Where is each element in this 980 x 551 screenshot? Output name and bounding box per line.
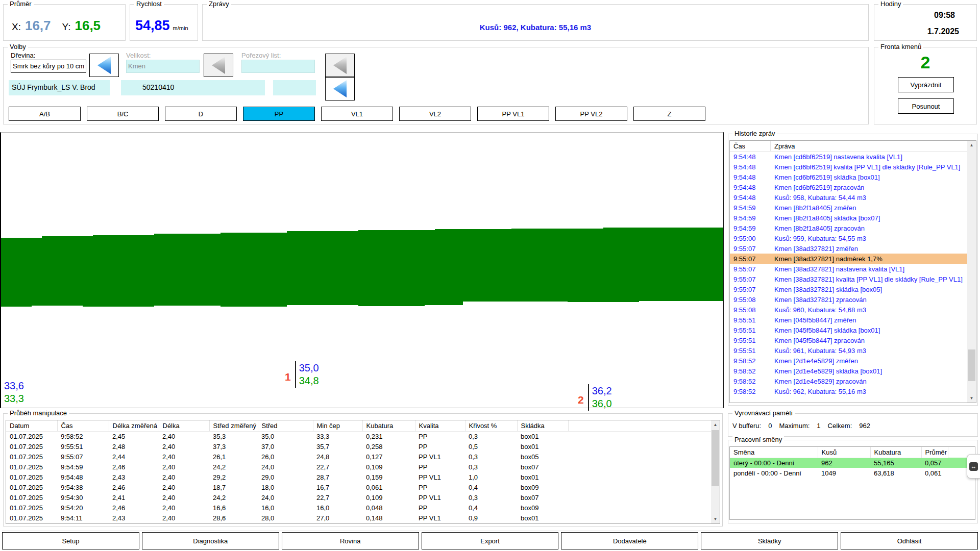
handling-log-cell: 01.07.2025 xyxy=(6,513,57,523)
handling-col-header[interactable]: Kvalita xyxy=(415,420,465,431)
history-row[interactable]: 9:54:48Kmen [cd6bf62519] kvalita [PP VL1… xyxy=(730,162,967,172)
quality-button-a-b[interactable]: A/B xyxy=(9,107,81,121)
shift-row[interactable]: úterý - 00:00 - Denní96255,1650,057 xyxy=(730,458,975,468)
history-row[interactable]: 9:55:51Kmen [045f5b8447] zpracován xyxy=(730,335,967,345)
handling-col-header[interactable]: Křivost % xyxy=(465,420,517,431)
order-cycle-button[interactable] xyxy=(325,77,355,101)
history-row[interactable]: 9:54:59Kmen [8b2f1a8405] zpracován xyxy=(730,223,967,233)
handling-log-cell: 9:58:52 xyxy=(57,431,109,441)
history-row[interactable]: 9:55:07Kmen [38ad327821] nadměrek 1,7% xyxy=(730,254,967,264)
left-diameter-y: 33,3 xyxy=(4,392,24,405)
empty-queue-button[interactable]: Vyprázdnit xyxy=(898,77,954,92)
quality-button-d[interactable]: D xyxy=(165,107,237,121)
handling-log-row[interactable]: 01.07.20259:58:522,452,4035,335,033,30,2… xyxy=(6,431,711,441)
history-row[interactable]: 9:54:48Kmen [cd6bf62519] zpracován xyxy=(730,182,967,192)
handling-log-row[interactable]: 01.07.20259:55:512,482,4037,337,035,70,2… xyxy=(6,441,711,452)
handling-col-header[interactable]: Min čep xyxy=(313,420,362,431)
scroll-down-icon[interactable]: ▼ xyxy=(711,515,720,523)
handling-log-row[interactable]: 01.07.20259:54:202,462,4016,616,016,00,0… xyxy=(6,503,711,513)
shift-cell: 63,618 xyxy=(870,468,921,478)
history-row[interactable]: 9:55:51Kmen [045f5b8447] skládka [box01] xyxy=(730,325,967,335)
handling-log-cell: 24,0 xyxy=(258,492,313,503)
shifts-col-header[interactable]: Směna xyxy=(730,447,818,458)
quality-button-pp[interactable]: PP xyxy=(243,107,315,121)
history-row[interactable]: 9:55:08Kmen [38ad327821] zpracován xyxy=(730,294,967,305)
quality-button-pp-vl2[interactable]: PP VL2 xyxy=(555,107,627,121)
history-row-time: 9:54:48 xyxy=(730,172,771,182)
menu-button-dodavatel-[interactable]: Dodavatelé xyxy=(561,532,698,549)
shift-row[interactable]: pondělí - 00:00 - Denní104963,6180,061 xyxy=(730,468,975,478)
handling-log-cell: 0,148 xyxy=(362,513,415,523)
menu-button-skl-dky[interactable]: Skládky xyxy=(701,532,838,549)
handling-col-header[interactable]: Kubatura xyxy=(362,420,415,431)
left-edge-diameters: 33,6 33,3 xyxy=(4,380,24,405)
history-row[interactable]: 9:54:48Kusů: 958, Kubatura: 54,44 m3 xyxy=(730,192,967,203)
scroll-down-icon[interactable]: ▼ xyxy=(967,394,976,403)
history-row[interactable]: 9:55:07Kmen [38ad327821] změřen xyxy=(730,243,967,254)
speed-group-title: Rychlost xyxy=(134,0,164,8)
history-row[interactable]: 9:54:59Kmen [8b2f1a8405] skládka [box07] xyxy=(730,213,967,223)
menu-button-rovina[interactable]: Rovina xyxy=(282,532,419,549)
handling-log-row[interactable]: 01.07.20259:54:382,462,4018,718,016,70,0… xyxy=(6,482,711,492)
scroll-up-icon[interactable]: ▲ xyxy=(967,141,976,149)
handling-col-header[interactable]: Datum xyxy=(6,420,57,431)
history-row[interactable]: 9:58:52Kusů: 962, Kubatura: 55,16 m3 xyxy=(730,386,967,396)
handling-log-cell: 0,4 xyxy=(465,503,517,513)
handling-log-row[interactable]: 01.07.20259:54:592,462,4024,224,022,70,1… xyxy=(6,462,711,472)
history-row[interactable]: 9:58:52Kmen [2d1e4e5829] skládka [box01] xyxy=(730,366,967,376)
menu-button-odhl-sit[interactable]: Odhlásit xyxy=(841,532,978,549)
quality-button-pp-vl1[interactable]: PP VL1 xyxy=(477,107,549,121)
shift-cell: pondělí - 00:00 - Denní xyxy=(730,468,818,478)
history-row[interactable]: 9:54:59Kmen [8b2f1a8405] změřen xyxy=(730,203,967,213)
handling-log-row[interactable]: 01.07.20259:54:112,432,4028,628,027,00,1… xyxy=(6,513,711,523)
handling-log-row[interactable]: 01.07.20259:54:482,432,4029,229,028,70,1… xyxy=(6,472,711,482)
wood-type-field[interactable]: Smrk bez kůry po 10 cm xyxy=(11,60,86,73)
history-row[interactable]: 9:55:51Kusů: 961, Kubatura: 54,93 m3 xyxy=(730,345,967,356)
history-row[interactable]: 9:54:48Kmen [cd6bf62519] skládka [box01] xyxy=(730,172,967,182)
scroll-up-icon[interactable]: ▲ xyxy=(711,420,720,429)
history-row[interactable]: 9:55:51Kmen [045f5b8447] změřen xyxy=(730,315,967,325)
quality-button-vl2[interactable]: VL2 xyxy=(399,107,471,121)
handling-log-cell: 0,3 xyxy=(465,452,517,462)
history-row[interactable]: 9:55:00Kusů: 959, Kubatura: 54,55 m3 xyxy=(730,233,967,243)
history-row[interactable]: 9:55:07Kmen [38ad327821] skládka [box05] xyxy=(730,284,967,294)
history-row[interactable]: 9:58:52Kmen [2d1e4e5829] změřen xyxy=(730,356,967,366)
history-row[interactable]: 9:58:52Kmen [2d1e4e5829] zpracován xyxy=(730,376,967,386)
wood-type-cycle-button[interactable] xyxy=(89,54,119,77)
handling-log-title: Průběh manipulace xyxy=(8,409,69,417)
handling-log-scrollbar[interactable]: ▲ ▼ xyxy=(711,420,720,523)
history-row-message: Kmen [38ad327821] nastavena kvalita [VL1… xyxy=(771,264,967,274)
quality-button-b-c[interactable]: B/C xyxy=(87,107,159,121)
history-row[interactable]: 9:54:48Kmen [cd6bf62519] nastavena kvali… xyxy=(730,152,967,162)
shifts-col-header[interactable]: Průměr xyxy=(921,447,948,458)
quality-button-z[interactable]: Z xyxy=(633,107,705,121)
advance-queue-button[interactable]: Posunout xyxy=(898,98,954,114)
history-row[interactable]: 9:55:07Kmen [38ad327821] kvalita [PP VL1… xyxy=(730,274,967,284)
handling-col-header[interactable]: Skládka xyxy=(517,420,568,431)
handling-log-cell: 33,3 xyxy=(313,431,362,441)
shifts-col-header[interactable]: Kubatura xyxy=(870,447,921,458)
remote-control-side-tab[interactable]: ↔ xyxy=(967,454,980,479)
handling-col-header[interactable]: Délka změřená xyxy=(109,420,159,431)
message-history-group: Historie zpráv Čas Zpráva 9:54:48Kmen [c… xyxy=(728,134,978,406)
history-scrollbar-thumb[interactable] xyxy=(968,349,975,381)
quality-button-vl1[interactable]: VL1 xyxy=(321,107,393,121)
history-row[interactable]: 9:55:07Kmen [38ad327821] nastavena kvali… xyxy=(730,264,967,274)
handling-log-cell: 2,44 xyxy=(109,452,159,462)
handling-log-cell: PP VL1 xyxy=(415,492,465,503)
menu-button-diagnostika[interactable]: Diagnostika xyxy=(142,532,279,549)
handling-log-row[interactable]: 01.07.20259:55:072,442,4026,126,024,80,1… xyxy=(6,452,711,462)
handling-log-cell: 18,0 xyxy=(258,482,313,492)
handling-col-header[interactable]: Délka xyxy=(159,420,209,431)
menu-button-export[interactable]: Export xyxy=(422,532,559,549)
history-row[interactable]: 9:55:08Kusů: 960, Kubatura: 54,68 m3 xyxy=(730,305,967,315)
menu-button-setup[interactable]: Setup xyxy=(2,532,139,549)
handling-col-header[interactable]: Střed změřený xyxy=(209,420,258,431)
handling-col-header[interactable]: Střed xyxy=(258,420,313,431)
handling-col-header[interactable]: Čas xyxy=(57,420,109,431)
suj-field: SÚJ Frymburk_LS V. Brod xyxy=(9,80,110,95)
shifts-col-header[interactable]: Kusů xyxy=(818,447,870,458)
handling-scrollbar-thumb[interactable] xyxy=(712,430,719,486)
handling-log-row[interactable]: 01.07.20259:54:302,412,4024,224,022,70,1… xyxy=(6,492,711,503)
history-scrollbar[interactable]: ▲ ▼ xyxy=(967,141,976,403)
